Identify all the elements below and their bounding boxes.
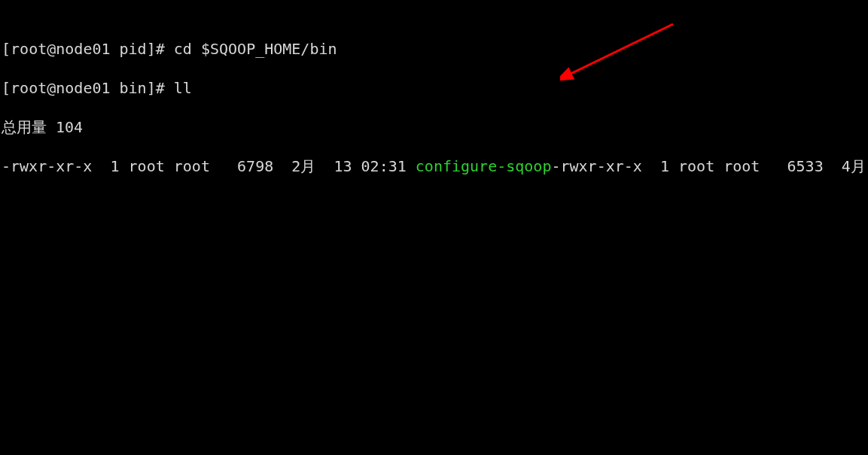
file-listing: -rwxr-xr-x 1 root root 6798 2月 13 02:31 …: [2, 156, 866, 176]
command-text: ll: [174, 79, 192, 97]
command-text: cd $SQOOP_HOME/bin: [174, 40, 337, 58]
file-name: configure-sqoop: [416, 157, 552, 175]
terminal[interactable]: [root@node01 pid]# cd $SQOOP_HOME/bin [r…: [0, 0, 868, 196]
prompt-user-host: root@node01 pid: [11, 40, 147, 58]
file-row: -rwxr-xr-x 1 root root 6533 4月 27 2015 c…: [551, 157, 868, 175]
bracket-open: [: [2, 40, 11, 58]
prompt-user-host: root@node01 bin: [11, 79, 147, 97]
file-row: -rwxr-xr-x 1 root root 6798 2月 13 02:31 …: [2, 157, 551, 175]
file-meta: -rwxr-xr-x 1 root root 6798 2月 13 02:31: [2, 157, 416, 175]
bracket-close: ]#: [147, 79, 174, 97]
prompt-line-1: [root@node01 pid]# cd $SQOOP_HOME/bin: [2, 39, 866, 59]
total-line: 总用量 104: [2, 117, 866, 137]
file-meta: -rwxr-xr-x 1 root root 6533 4月 27 2015: [551, 157, 868, 175]
bracket-close: ]#: [147, 40, 174, 58]
bracket-open: [: [2, 79, 11, 97]
prompt-line-2: [root@node01 bin]# ll: [2, 78, 866, 98]
